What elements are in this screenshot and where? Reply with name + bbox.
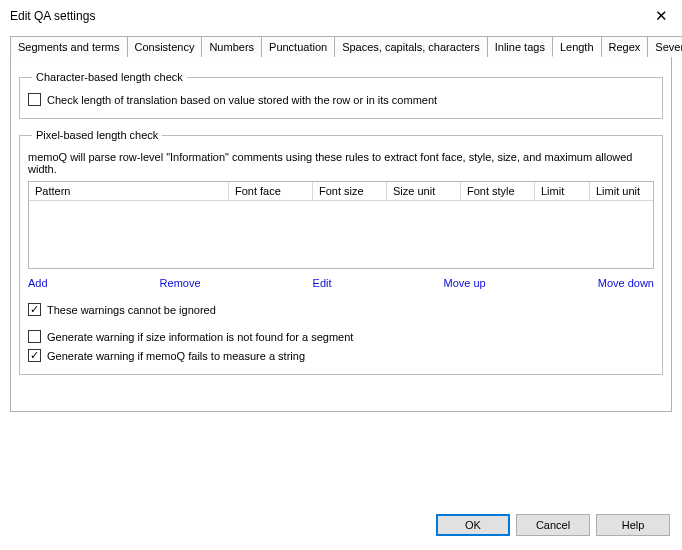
move-down-link[interactable]: Move down — [598, 277, 654, 289]
tab-inline-tags[interactable]: Inline tags — [487, 36, 553, 57]
warn-measure-fail-checkbox[interactable] — [28, 349, 41, 362]
warn-size-not-found-checkbox[interactable] — [28, 330, 41, 343]
group-pixel-length: Pixel-based length check memoQ will pars… — [19, 129, 663, 375]
tab-segments-and-terms[interactable]: Segments and terms — [10, 36, 128, 57]
content-area: Segments and terms Consistency Numbers P… — [0, 35, 682, 412]
col-size-unit[interactable]: Size unit — [387, 182, 461, 200]
cancel-button[interactable]: Cancel — [516, 514, 590, 536]
edit-link[interactable]: Edit — [313, 277, 332, 289]
tab-severity[interactable]: Severity — [647, 36, 682, 57]
rules-grid[interactable]: Pattern Font face Font size Size unit Fo… — [28, 181, 654, 269]
col-limit[interactable]: Limit — [535, 182, 590, 200]
group-pixel-length-legend: Pixel-based length check — [32, 129, 162, 141]
window-title: Edit QA settings — [10, 9, 95, 23]
col-font-face[interactable]: Font face — [229, 182, 313, 200]
warn-measure-fail-row[interactable]: Generate warning if memoQ fails to measu… — [28, 349, 654, 362]
warn-measure-fail-label: Generate warning if memoQ fails to measu… — [47, 350, 305, 362]
tab-consistency[interactable]: Consistency — [127, 36, 203, 57]
col-font-style[interactable]: Font style — [461, 182, 535, 200]
group-character-length: Character-based length check Check lengt… — [19, 71, 663, 119]
rules-grid-header: Pattern Font face Font size Size unit Fo… — [29, 182, 653, 201]
warnings-not-ignored-row[interactable]: These warnings cannot be ignored — [28, 303, 654, 316]
add-link[interactable]: Add — [28, 277, 48, 289]
remove-link[interactable]: Remove — [160, 277, 201, 289]
pixel-length-description: memoQ will parse row-level "Information"… — [28, 151, 654, 175]
col-pattern[interactable]: Pattern — [29, 182, 229, 200]
check-length-label: Check length of translation based on val… — [47, 94, 437, 106]
tab-panel-length: Character-based length check Check lengt… — [10, 57, 672, 412]
dialog-buttons: OK Cancel Help — [436, 514, 670, 536]
warnings-not-ignored-label: These warnings cannot be ignored — [47, 304, 216, 316]
help-button[interactable]: Help — [596, 514, 670, 536]
warnings-not-ignored-checkbox[interactable] — [28, 303, 41, 316]
titlebar: Edit QA settings ✕ — [0, 0, 682, 29]
warn-size-not-found-row[interactable]: Generate warning if size information is … — [28, 330, 654, 343]
tab-punctuation[interactable]: Punctuation — [261, 36, 335, 57]
tab-numbers[interactable]: Numbers — [201, 36, 262, 57]
ok-button[interactable]: OK — [436, 514, 510, 536]
check-length-checkbox[interactable] — [28, 93, 41, 106]
check-length-row[interactable]: Check length of translation based on val… — [28, 93, 654, 106]
tab-regex[interactable]: Regex — [601, 36, 649, 57]
tab-length[interactable]: Length — [552, 36, 602, 57]
close-icon[interactable]: ✕ — [651, 8, 672, 23]
tab-strip: Segments and terms Consistency Numbers P… — [10, 35, 672, 57]
col-limit-unit[interactable]: Limit unit — [590, 182, 653, 200]
grid-actions: Add Remove Edit Move up Move down — [28, 277, 654, 289]
col-font-size[interactable]: Font size — [313, 182, 387, 200]
move-up-link[interactable]: Move up — [444, 277, 486, 289]
tab-spaces-capitals-characters[interactable]: Spaces, capitals, characters — [334, 36, 488, 57]
group-character-length-legend: Character-based length check — [32, 71, 187, 83]
warn-size-not-found-label: Generate warning if size information is … — [47, 331, 353, 343]
